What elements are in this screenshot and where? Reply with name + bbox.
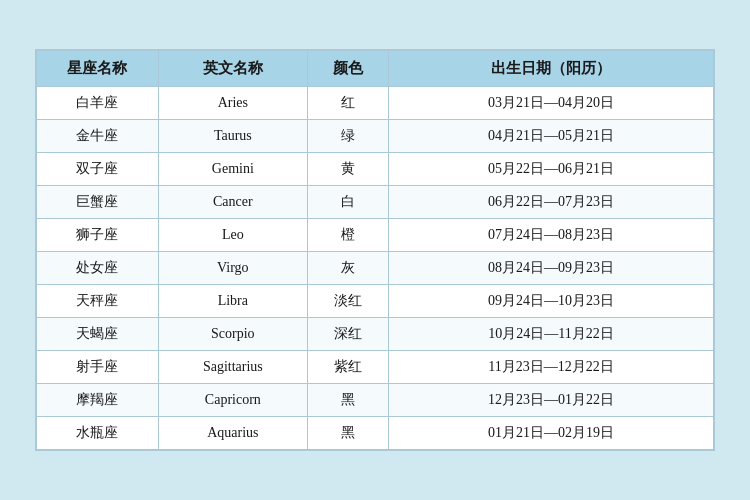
cell-date: 04月21日—05月21日 (389, 120, 714, 153)
cell-date: 07月24日—08月23日 (389, 219, 714, 252)
cell-chinese: 天秤座 (37, 285, 159, 318)
table-row: 处女座Virgo灰08月24日—09月23日 (37, 252, 714, 285)
cell-date: 05月22日—06月21日 (389, 153, 714, 186)
cell-chinese: 狮子座 (37, 219, 159, 252)
cell-chinese: 天蝎座 (37, 318, 159, 351)
header-english: 英文名称 (158, 51, 307, 87)
cell-color: 灰 (307, 252, 388, 285)
cell-color: 黄 (307, 153, 388, 186)
table-header-row: 星座名称 英文名称 颜色 出生日期（阳历） (37, 51, 714, 87)
table-row: 白羊座Aries红03月21日—04月20日 (37, 87, 714, 120)
table-row: 射手座Sagittarius紫红11月23日—12月22日 (37, 351, 714, 384)
cell-date: 03月21日—04月20日 (389, 87, 714, 120)
table-row: 摩羯座Capricorn黑12月23日—01月22日 (37, 384, 714, 417)
cell-english: Gemini (158, 153, 307, 186)
cell-english: Virgo (158, 252, 307, 285)
zodiac-table-container: 星座名称 英文名称 颜色 出生日期（阳历） 白羊座Aries红03月21日—04… (35, 49, 715, 451)
cell-english: Scorpio (158, 318, 307, 351)
table-row: 金牛座Taurus绿04月21日—05月21日 (37, 120, 714, 153)
cell-english: Libra (158, 285, 307, 318)
cell-color: 黑 (307, 384, 388, 417)
cell-english: Cancer (158, 186, 307, 219)
cell-date: 08月24日—09月23日 (389, 252, 714, 285)
cell-date: 09月24日—10月23日 (389, 285, 714, 318)
cell-chinese: 巨蟹座 (37, 186, 159, 219)
cell-date: 06月22日—07月23日 (389, 186, 714, 219)
cell-color: 红 (307, 87, 388, 120)
cell-english: Leo (158, 219, 307, 252)
cell-color: 淡红 (307, 285, 388, 318)
cell-english: Capricorn (158, 384, 307, 417)
header-date: 出生日期（阳历） (389, 51, 714, 87)
header-color: 颜色 (307, 51, 388, 87)
table-row: 天秤座Libra淡红09月24日—10月23日 (37, 285, 714, 318)
cell-chinese: 水瓶座 (37, 417, 159, 450)
cell-date: 10月24日—11月22日 (389, 318, 714, 351)
cell-color: 紫红 (307, 351, 388, 384)
cell-chinese: 白羊座 (37, 87, 159, 120)
cell-english: Aquarius (158, 417, 307, 450)
cell-date: 11月23日—12月22日 (389, 351, 714, 384)
header-chinese: 星座名称 (37, 51, 159, 87)
cell-chinese: 处女座 (37, 252, 159, 285)
cell-color: 绿 (307, 120, 388, 153)
cell-date: 01月21日—02月19日 (389, 417, 714, 450)
cell-chinese: 射手座 (37, 351, 159, 384)
cell-chinese: 摩羯座 (37, 384, 159, 417)
cell-color: 橙 (307, 219, 388, 252)
table-row: 双子座Gemini黄05月22日—06月21日 (37, 153, 714, 186)
table-row: 天蝎座Scorpio深红10月24日—11月22日 (37, 318, 714, 351)
zodiac-table: 星座名称 英文名称 颜色 出生日期（阳历） 白羊座Aries红03月21日—04… (36, 50, 714, 450)
cell-english: Taurus (158, 120, 307, 153)
cell-english: Aries (158, 87, 307, 120)
cell-color: 白 (307, 186, 388, 219)
cell-chinese: 双子座 (37, 153, 159, 186)
cell-color: 深红 (307, 318, 388, 351)
cell-chinese: 金牛座 (37, 120, 159, 153)
table-row: 狮子座Leo橙07月24日—08月23日 (37, 219, 714, 252)
cell-color: 黑 (307, 417, 388, 450)
table-row: 巨蟹座Cancer白06月22日—07月23日 (37, 186, 714, 219)
cell-english: Sagittarius (158, 351, 307, 384)
table-row: 水瓶座Aquarius黑01月21日—02月19日 (37, 417, 714, 450)
cell-date: 12月23日—01月22日 (389, 384, 714, 417)
